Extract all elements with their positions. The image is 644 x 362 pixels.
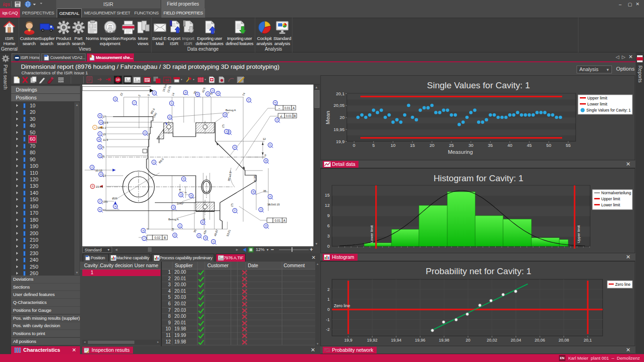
svg-text:19,9: 19,9 [344, 338, 352, 342]
svg-text:42.5: 42.5 [201, 87, 206, 93]
svg-text:(4.38): (4.38) [253, 175, 256, 182]
svg-text:2690: 2690 [108, 25, 112, 27]
svg-text:0: 0 [353, 143, 355, 148]
svg-text:20: 20 [100, 173, 102, 176]
svg-text:30: 30 [265, 225, 267, 227]
svg-text:90°±1.5°: 90°±1.5° [227, 170, 232, 181]
svg-text:19,98: 19,98 [439, 338, 450, 342]
svg-text:17: 17 [143, 237, 146, 240]
svg-text:45: 45 [252, 191, 255, 193]
svg-text:6: 6 [327, 223, 330, 228]
svg-text:Lower limit: Lower limit [587, 102, 608, 106]
svg-text:17: 17 [133, 102, 136, 104]
svg-text:(35): (35) [103, 200, 108, 203]
svg-text:25: 25 [449, 143, 454, 148]
svg-text:35: 35 [99, 146, 101, 148]
svg-text:19: 19 [179, 194, 182, 196]
svg-text:2: 2 [327, 287, 330, 292]
svg-text:Zero line: Zero line [615, 282, 631, 287]
svg-text:∠: ∠ [280, 114, 283, 118]
svg-text:13: 13 [91, 166, 93, 169]
svg-text:9: 9 [327, 213, 330, 218]
svg-text:Upper limit: Upper limit [577, 225, 581, 243]
svg-text:11.3: 11.3 [103, 138, 108, 141]
svg-text:29: 29 [224, 114, 226, 116]
svg-text:31: 31 [170, 102, 173, 105]
svg-text:B: B [164, 236, 166, 239]
svg-text:38.5±0.15: 38.5±0.15 [267, 203, 280, 206]
svg-text:19,9: 19,9 [336, 139, 345, 144]
svg-text:16: 16 [269, 196, 272, 198]
svg-text:42: 42 [103, 209, 106, 211]
svg-text:2: 2 [138, 94, 141, 97]
svg-text:35: 35 [263, 190, 266, 192]
svg-text:22: 22 [168, 116, 171, 118]
svg-text:20,05: 20,05 [333, 103, 345, 108]
svg-text:Ø26: Ø26 [112, 197, 118, 200]
svg-text:50: 50 [546, 143, 551, 148]
svg-text:39: 39 [204, 237, 207, 239]
svg-text:–: – [279, 106, 280, 110]
svg-text:25: 25 [173, 234, 176, 237]
svg-text:15: 15 [103, 133, 106, 136]
svg-text:34: 34 [114, 205, 117, 208]
svg-text:12: 12 [325, 203, 330, 208]
svg-text:20,1: 20,1 [584, 338, 592, 342]
svg-text:30: 30 [217, 92, 219, 95]
svg-text:32: 32 [198, 235, 200, 237]
svg-text:Upper limit: Upper limit [601, 197, 620, 201]
svg-text:15: 15 [410, 143, 415, 148]
svg-text:45: 45 [527, 143, 532, 148]
svg-text:Mean: Mean [325, 111, 331, 125]
svg-text:44: 44 [182, 178, 185, 180]
svg-text:23.5: 23.5 [103, 121, 108, 124]
svg-text:0.02: 0.02 [154, 236, 160, 239]
svg-text:42: 42 [99, 155, 101, 157]
svg-text:0.01: 0.01 [275, 219, 281, 222]
svg-text:19,95: 19,95 [333, 127, 345, 132]
svg-text:0: 0 [147, 94, 150, 97]
svg-text:35: 35 [488, 143, 493, 148]
svg-text:30: 30 [468, 143, 473, 148]
svg-text:20,08: 20,08 [558, 338, 569, 342]
svg-text:0: 0 [327, 244, 330, 249]
svg-text:27: 27 [103, 115, 106, 118]
svg-text:45: 45 [196, 93, 199, 96]
svg-text:12: 12 [153, 161, 155, 164]
svg-text:21: 21 [99, 133, 101, 135]
svg-text:19,94: 19,94 [391, 338, 402, 342]
svg-text:24: 24 [153, 92, 156, 94]
svg-text:33: 33 [172, 206, 175, 209]
svg-text:Normalverteilung: Normalverteilung [601, 191, 631, 195]
svg-text:Single Values for Cavity: 1: Single Values for Cavity: 1 [586, 108, 631, 112]
svg-text:22: 22 [120, 92, 123, 96]
svg-text:3: 3 [327, 233, 330, 238]
svg-text:23: 23 [211, 90, 214, 92]
svg-text:Lower limit: Lower limit [601, 203, 620, 207]
svg-text:55: 55 [566, 143, 571, 148]
svg-text:20,04: 20,04 [511, 338, 521, 342]
svg-text:-2: -2 [326, 327, 330, 332]
svg-text:37: 37 [247, 99, 250, 101]
svg-text:20: 20 [430, 143, 435, 148]
svg-text:16: 16 [171, 227, 174, 231]
svg-text:43±: 43± [203, 229, 207, 235]
svg-text:0: 0 [327, 307, 330, 312]
svg-text:22: 22 [144, 132, 146, 134]
svg-text:20,06: 20,06 [535, 338, 545, 342]
svg-text:Lower limit: Lower limit [370, 225, 374, 243]
svg-text:10: 10 [165, 78, 169, 82]
svg-text:14: 14 [171, 92, 175, 96]
svg-text:53.01: 53.01 [226, 229, 231, 237]
svg-text:1x45°: 1x45° [177, 202, 184, 205]
svg-text:26: 26 [190, 195, 193, 197]
svg-text:20±0.1: 20±0.1 [98, 126, 106, 129]
svg-text:20,02: 20,02 [487, 338, 498, 342]
svg-text:10: 10 [391, 143, 396, 148]
svg-text:10: 10 [212, 241, 215, 243]
svg-text:1: 1 [327, 297, 330, 302]
svg-text:16: 16 [206, 93, 209, 95]
svg-text:38: 38 [265, 160, 267, 162]
svg-text:18: 18 [142, 230, 145, 232]
svg-text:Zero line: Zero line [334, 303, 350, 308]
